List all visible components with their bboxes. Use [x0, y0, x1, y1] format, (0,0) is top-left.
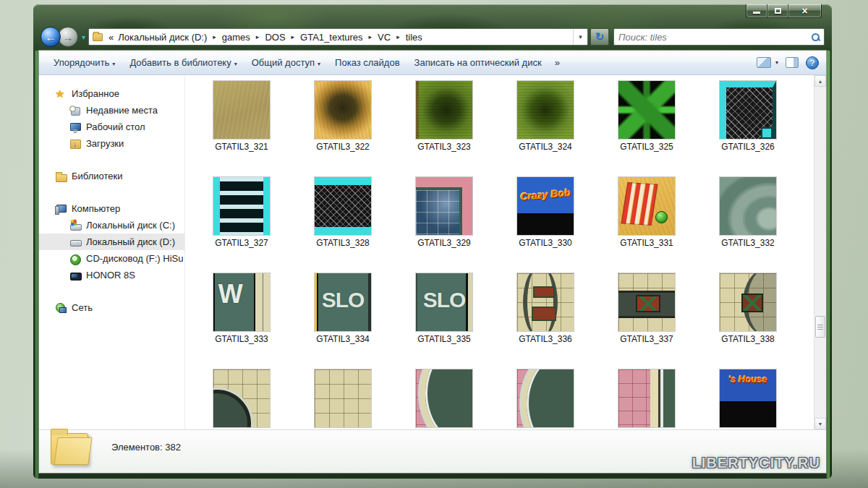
sidebar-item-drive-d[interactable]: Локальный диск (D:) — [39, 234, 184, 250]
scrollbar-thumb[interactable] — [815, 316, 825, 338]
organize-button[interactable]: Упорядочить▾ — [46, 53, 122, 72]
forward-button[interactable]: → — [58, 27, 78, 47]
sidebar-item-network[interactable]: Сеть — [39, 299, 184, 316]
file-item[interactable]: GTATIL3_341 — [393, 369, 495, 429]
sidebar-item-cd-drive[interactable]: CD-дисковод (F:) HiSu — [39, 250, 184, 267]
maximize-button[interactable] — [767, 4, 788, 18]
breadcrumb-separator-icon: ▸ — [396, 33, 400, 40]
help-icon[interactable]: ? — [806, 56, 819, 69]
sidebar-item-label: Сеть — [72, 302, 93, 313]
chevron-down-icon: ▾ — [112, 61, 115, 67]
file-item[interactable]: GTATIL3_337 — [596, 273, 697, 369]
libraries-icon — [55, 171, 67, 182]
file-item[interactable]: SLOGTATIL3_334 — [292, 273, 393, 369]
address-dropdown-button[interactable]: ▾ — [573, 29, 587, 45]
file-item[interactable]: GTATIL3_340 — [292, 369, 393, 429]
file-item[interactable]: GTATIL3_321 — [191, 81, 292, 177]
thumbnail-overlay-text: SLO — [416, 288, 472, 312]
sidebar-item-drive-c[interactable]: Локальный диск (C:) — [39, 217, 184, 234]
texture-thumbnail — [416, 369, 472, 427]
file-item[interactable]: GTATIL3_326 — [697, 81, 799, 177]
file-item[interactable]: GTATIL3_332 — [697, 177, 799, 273]
chevron-down-icon[interactable]: ▾ — [775, 59, 778, 66]
file-name: GTATIL3_332 — [697, 238, 799, 248]
close-button[interactable]: × — [788, 4, 822, 18]
add-to-library-button[interactable]: Добавить в библиотеку▾ — [122, 53, 244, 72]
maximize-icon — [775, 8, 781, 14]
more-commands-chevron[interactable]: » — [549, 53, 566, 72]
breadcrumb-separator-icon: ▸ — [369, 33, 373, 40]
scroll-down-button[interactable]: ▼ — [814, 418, 826, 429]
desktop-icon — [69, 121, 81, 133]
sidebar-item-libraries[interactable]: Библиотеки — [39, 168, 184, 184]
burn-disc-button[interactable]: Записать на оптический диск — [407, 53, 549, 72]
system-drive-icon — [69, 220, 81, 231]
sidebar-spacer — [39, 184, 184, 200]
address-bar[interactable]: « Локальный диск (D:) ▸ games ▸ DOS ▸ GT… — [88, 28, 588, 46]
sidebar-item-label: CD-дисковод (F:) HiSu — [86, 253, 183, 264]
texture-thumbnail — [315, 81, 371, 139]
file-name: GTATIL3_331 — [596, 238, 697, 248]
file-item[interactable]: GTATIL3_324 — [495, 81, 596, 177]
file-item[interactable]: GTATIL3_331 — [596, 177, 697, 273]
recent-pages-dropdown[interactable]: ▾ — [82, 33, 85, 41]
change-view-icon[interactable] — [757, 57, 771, 68]
file-item[interactable]: WGTATIL3_333 — [191, 273, 292, 369]
breadcrumb-item-drive[interactable]: Локальный диск (D:) — [116, 31, 208, 43]
thumbnail-overlay-text: W — [215, 279, 247, 309]
folder-icon — [93, 33, 103, 41]
file-item[interactable]: 's HouseGTATIL3_344 — [697, 369, 799, 429]
texture-thumbnail — [720, 273, 776, 331]
breadcrumb-item-games[interactable]: games — [221, 31, 252, 43]
file-item[interactable]: SLOGTATIL3_335 — [393, 273, 495, 369]
back-button[interactable]: ← — [41, 27, 61, 47]
share-button[interactable]: Общий доступ▾ — [244, 53, 328, 72]
breadcrumb-separator-icon: ▸ — [213, 33, 216, 40]
file-item[interactable]: Crazy BobGTATIL3_330 — [495, 177, 596, 273]
search-box[interactable] — [613, 28, 825, 46]
breadcrumb-item-dos[interactable]: DOS — [263, 31, 286, 43]
sidebar-item-computer[interactable]: Компьютер — [39, 200, 184, 217]
navigation-pane: ★ Избранное Недавние места Рабочий стол … — [39, 75, 185, 429]
file-item[interactable]: GTATIL3_338 — [697, 273, 799, 369]
texture-thumbnail — [618, 177, 675, 235]
file-item[interactable]: GTATIL3_329 — [393, 177, 495, 273]
breadcrumb-item-gta1-textures[interactable]: GTA1_textures — [299, 31, 364, 43]
preview-pane-icon[interactable] — [786, 57, 799, 68]
scroll-up-button[interactable]: ▲ — [814, 75, 826, 87]
back-arrow-icon: ← — [46, 31, 56, 43]
file-name: GTATIL3_328 — [292, 238, 393, 248]
sidebar-item-downloads[interactable]: Загрузки — [39, 135, 184, 152]
texture-thumbnail: SLO — [315, 273, 371, 331]
file-item[interactable]: GTATIL3_343 — [596, 369, 697, 429]
file-item[interactable]: GTATIL3_339 — [191, 369, 292, 429]
chevron-down-icon: ▾ — [318, 61, 320, 67]
texture-thumbnail — [213, 369, 270, 427]
slideshow-button[interactable]: Показ слайдов — [328, 53, 407, 72]
breadcrumb-item-tiles[interactable]: tiles — [404, 31, 424, 43]
sidebar-item-desktop[interactable]: Рабочий стол — [39, 119, 184, 135]
texture-thumbnail — [315, 177, 371, 235]
file-item[interactable]: GTATIL3_322 — [292, 81, 393, 177]
breadcrumb-item-vc[interactable]: VC — [376, 31, 392, 43]
file-item[interactable]: GTATIL3_327 — [191, 177, 292, 273]
vertical-scrollbar[interactable]: ▲ ▼ — [814, 75, 826, 429]
refresh-button[interactable]: ↻ — [590, 28, 609, 46]
file-item[interactable]: GTATIL3_328 — [292, 177, 393, 273]
search-input[interactable] — [618, 32, 812, 43]
sidebar-item-recent-places[interactable]: Недавние места — [39, 102, 184, 119]
file-item[interactable]: GTATIL3_342 — [495, 369, 596, 429]
sidebar-spacer — [39, 152, 184, 168]
file-name: GTATIL3_337 — [596, 334, 697, 344]
sidebar-item-favorites[interactable]: ★ Избранное — [39, 85, 184, 102]
breadcrumb-overflow-chevron[interactable]: « — [109, 32, 114, 43]
minimize-button[interactable] — [746, 4, 767, 18]
sidebar-item-label: Рабочий стол — [86, 121, 145, 132]
texture-thumbnail — [618, 369, 675, 427]
sidebar-item-phone[interactable]: HONOR 8S — [39, 267, 184, 283]
file-item[interactable]: GTATIL3_323 — [393, 81, 495, 177]
file-name: GTATIL3_321 — [191, 142, 292, 152]
file-item[interactable]: GTATIL3_325 — [596, 81, 697, 177]
search-icon[interactable] — [812, 33, 820, 41]
file-item[interactable]: GTATIL3_336 — [495, 273, 596, 369]
